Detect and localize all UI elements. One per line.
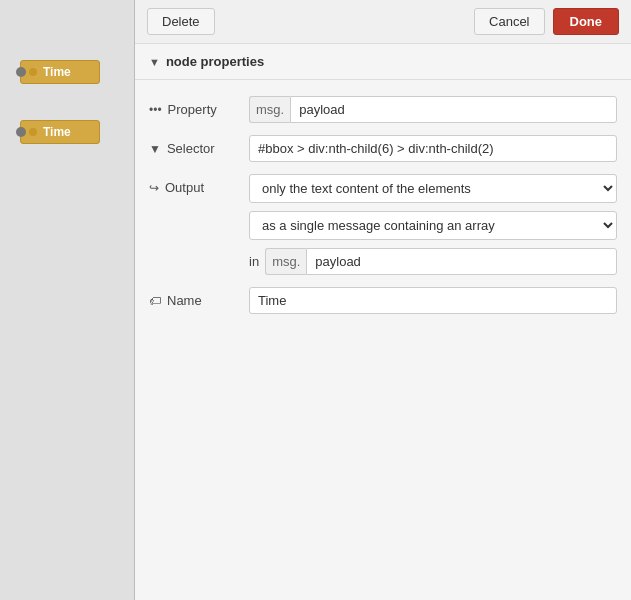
- node-2-left-connector: [16, 127, 26, 137]
- property-label-text: Property: [168, 102, 217, 117]
- delete-button[interactable]: Delete: [147, 8, 215, 35]
- name-control: [249, 287, 617, 314]
- output-icon: ↪: [149, 181, 159, 195]
- selector-label: ▼ Selector: [149, 135, 249, 156]
- output-msg-prefix: msg.: [265, 248, 306, 275]
- name-input[interactable]: [249, 287, 617, 314]
- node-2-dot: [29, 128, 37, 136]
- canvas-panel: Time Time: [0, 0, 135, 600]
- output-row: ↪ Output only the text content of the el…: [149, 174, 617, 275]
- properties-panel: Delete Cancel Done ▼ node properties •••…: [135, 0, 631, 600]
- node-1-label: Time: [43, 65, 71, 79]
- toolbar: Delete Cancel Done: [135, 0, 631, 44]
- node-2[interactable]: Time: [20, 120, 100, 144]
- name-row: 🏷 Name: [149, 287, 617, 314]
- property-control: msg.: [249, 96, 617, 123]
- cancel-button[interactable]: Cancel: [474, 8, 544, 35]
- selector-row: ▼ Selector: [149, 135, 617, 162]
- node-1-dot: [29, 68, 37, 76]
- property-input[interactable]: [290, 96, 617, 123]
- output-control: only the text content of the elements th…: [249, 174, 617, 275]
- property-msg-prefix: msg.: [249, 96, 290, 123]
- output-in-group: msg.: [265, 248, 617, 275]
- node-1[interactable]: Time: [20, 60, 100, 84]
- property-icon: •••: [149, 103, 162, 117]
- selector-label-text: Selector: [167, 141, 215, 156]
- selector-control: [249, 135, 617, 162]
- output-type-select[interactable]: only the text content of the elements th…: [249, 174, 617, 203]
- output-in-row: in msg.: [249, 248, 617, 275]
- output-in-input[interactable]: [306, 248, 617, 275]
- output-format-select[interactable]: as a single message containing an array …: [249, 211, 617, 240]
- node-2-label: Time: [43, 125, 71, 139]
- name-label-text: Name: [167, 293, 202, 308]
- chevron-down-icon: ▼: [149, 56, 160, 68]
- in-label: in: [249, 254, 259, 269]
- property-input-group: msg.: [249, 96, 617, 123]
- selector-input[interactable]: [249, 135, 617, 162]
- output-label-text: Output: [165, 180, 204, 195]
- section-title: node properties: [166, 54, 264, 69]
- selector-icon: ▼: [149, 142, 161, 156]
- name-label: 🏷 Name: [149, 287, 249, 308]
- node-1-left-connector: [16, 67, 26, 77]
- section-header[interactable]: ▼ node properties: [135, 44, 631, 80]
- property-row: ••• Property msg.: [149, 96, 617, 123]
- property-label: ••• Property: [149, 96, 249, 117]
- properties-form: ••• Property msg. ▼ Selector ↪: [135, 80, 631, 330]
- output-label: ↪ Output: [149, 174, 249, 195]
- done-button[interactable]: Done: [553, 8, 620, 35]
- name-icon: 🏷: [149, 294, 161, 308]
- toolbar-right: Cancel Done: [474, 8, 619, 35]
